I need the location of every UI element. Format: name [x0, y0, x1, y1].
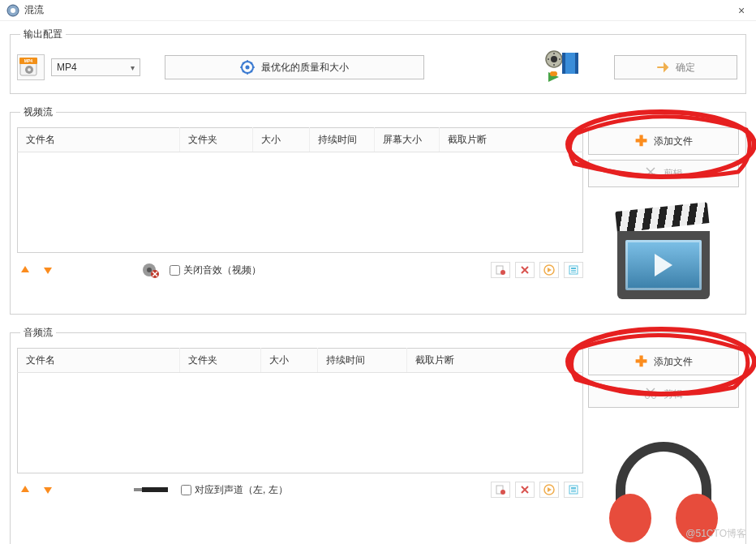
col-folder[interactable]: 文件夹 — [180, 128, 253, 152]
svg-point-8 — [246, 66, 250, 70]
svg-point-21 — [147, 268, 152, 272]
svg-point-24 — [500, 270, 505, 275]
tool-remove-button[interactable] — [491, 262, 510, 278]
video-table-body[interactable] — [17, 152, 583, 253]
quality-settings-button[interactable]: 最优化的质量和大小 — [165, 55, 424, 79]
svg-rect-17 — [575, 53, 578, 74]
ok-label: 确定 — [676, 61, 695, 75]
svg-rect-37 — [571, 490, 576, 490]
channel-map-checkbox[interactable]: 对应到声道（左, 左） — [181, 483, 288, 497]
app-icon — [6, 4, 19, 17]
output-config-section: 输出配置 MP4 MP4 ▾ 最优化的质量和大小 — [10, 28, 746, 94]
watermark-text: @51CTO博客 — [685, 527, 746, 541]
mute-video-checkbox-input[interactable] — [170, 265, 180, 276]
tool-info-button[interactable] — [564, 482, 583, 498]
mute-icon — [142, 261, 160, 279]
move-up-button[interactable] — [17, 482, 33, 498]
scissors-icon — [644, 166, 657, 182]
col-folder[interactable]: 文件夹 — [180, 349, 261, 373]
mute-video-checkbox[interactable]: 关闭音效（视频） — [170, 263, 261, 277]
svg-point-13 — [553, 53, 555, 54]
svg-point-11 — [548, 58, 549, 60]
trim-audio-label: 剪辑 — [664, 388, 683, 401]
channel-map-checkbox-input[interactable] — [181, 485, 191, 495]
output-config-legend: 输出配置 — [20, 28, 66, 41]
audio-stream-legend: 音频流 — [20, 326, 56, 340]
table-header-row: 文件名 文件夹 大小 持续时间 屏幕大小 截取片断 — [18, 128, 583, 152]
close-button[interactable]: × — [733, 2, 750, 19]
svg-text:MP4: MP4 — [24, 58, 33, 63]
window-title: 混流 — [24, 3, 44, 17]
tool-delete-button[interactable] — [515, 482, 535, 498]
svg-rect-29 — [571, 272, 576, 272]
svg-rect-36 — [571, 487, 576, 489]
audio-file-table: 文件名 文件夹 大小 持续时间 截取片断 — [17, 348, 583, 373]
col-duration[interactable]: 持续时间 — [318, 349, 407, 373]
add-audio-file-button[interactable]: ✚ 添加文件 — [588, 348, 739, 375]
svg-rect-28 — [571, 270, 576, 271]
col-filename[interactable]: 文件名 — [18, 349, 180, 373]
output-format-select[interactable]: MP4 ▾ — [51, 58, 140, 76]
jack-icon — [142, 487, 168, 492]
arrow-right-icon — [656, 61, 669, 74]
move-up-button[interactable] — [17, 262, 33, 278]
col-duration[interactable]: 持续时间 — [310, 128, 375, 152]
add-audio-file-label: 添加文件 — [654, 355, 693, 369]
audio-table-body[interactable] — [17, 373, 583, 473]
svg-rect-27 — [571, 268, 576, 269]
add-video-file-label: 添加文件 — [654, 135, 693, 148]
svg-point-1 — [11, 8, 15, 13]
col-size[interactable]: 大小 — [253, 128, 310, 152]
svg-rect-16 — [562, 53, 565, 74]
video-thumbnail — [611, 216, 716, 306]
move-down-button[interactable] — [40, 262, 56, 278]
svg-rect-38 — [571, 491, 576, 492]
quality-label: 最优化的质量和大小 — [261, 61, 349, 75]
move-down-button[interactable] — [40, 482, 56, 498]
video-stream-legend: 视频流 — [20, 105, 56, 119]
svg-point-10 — [551, 56, 557, 62]
col-clip[interactable]: 截取片断 — [440, 128, 583, 152]
trim-video-label: 剪辑 — [664, 167, 683, 181]
col-filename[interactable]: 文件名 — [18, 128, 180, 152]
channel-map-label: 对应到声道（左, 左） — [195, 483, 288, 497]
table-header-row: 文件名 文件夹 大小 持续时间 截取片断 — [18, 349, 583, 373]
col-screensize[interactable]: 屏幕大小 — [375, 128, 440, 152]
ok-button[interactable]: 确定 — [614, 55, 737, 79]
output-format-icon: MP4 — [17, 54, 45, 80]
svg-point-14 — [553, 64, 555, 66]
svg-point-33 — [500, 490, 505, 495]
add-video-file-button[interactable]: ✚ 添加文件 — [588, 127, 739, 155]
gear-icon — [240, 60, 255, 75]
svg-point-6 — [28, 68, 31, 71]
video-file-table: 文件名 文件夹 大小 持续时间 屏幕大小 截取片断 — [17, 127, 583, 152]
trim-audio-button[interactable]: 剪辑 — [588, 380, 739, 408]
scissors-icon — [644, 387, 657, 402]
svg-point-19 — [552, 71, 557, 76]
col-clip[interactable]: 截取片断 — [407, 349, 583, 373]
mute-video-label: 关闭音效（视频） — [183, 263, 261, 277]
output-format-value: MP4 — [57, 62, 77, 73]
tool-play-button[interactable] — [539, 482, 559, 498]
title-bar: 混流 × — [0, 0, 756, 21]
tool-info-button[interactable] — [564, 262, 583, 278]
tool-delete-button[interactable] — [515, 262, 535, 278]
audio-stream-section: 音频流 文件名 文件夹 大小 持续时间 截取片断 — [10, 326, 746, 544]
tool-play-button[interactable] — [539, 262, 559, 278]
plus-icon: ✚ — [635, 134, 647, 148]
video-stream-section: 视频流 文件名 文件夹 大小 持续时间 屏幕大小 截取片断 — [10, 105, 746, 315]
svg-point-12 — [559, 58, 561, 60]
mux-illustration-icon — [544, 49, 583, 85]
tool-remove-button[interactable] — [491, 482, 510, 498]
plus-icon: ✚ — [635, 354, 647, 369]
col-size[interactable]: 大小 — [261, 349, 318, 373]
chevron-down-icon: ▾ — [131, 63, 135, 72]
trim-video-button[interactable]: 剪辑 — [588, 160, 739, 187]
